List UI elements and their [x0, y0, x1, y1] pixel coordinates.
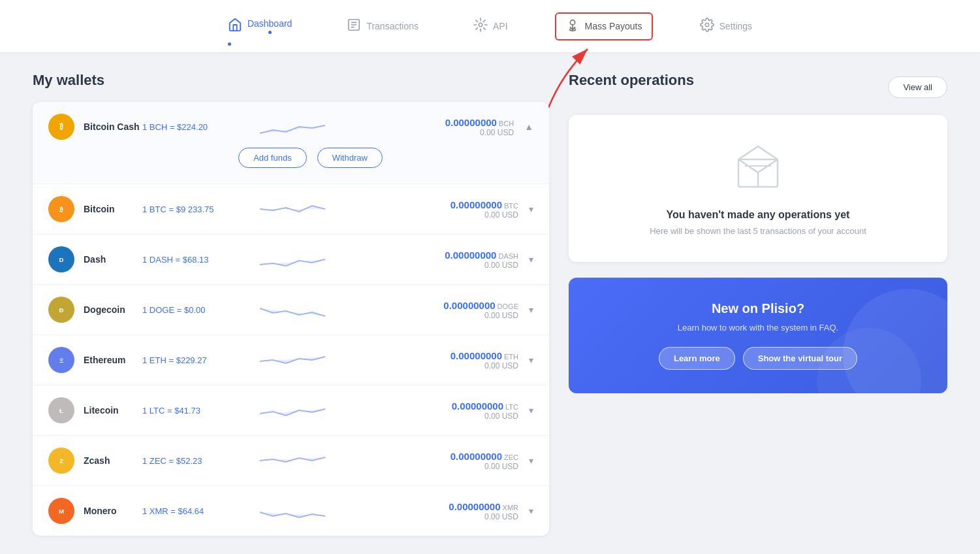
nav-item-mass-payouts[interactable]: Mass Payouts	[555, 12, 653, 41]
svg-text:Ð: Ð	[59, 306, 64, 314]
nav-api-label: API	[493, 21, 508, 31]
wallet-row-dash[interactable]: D Dash 1 DASH = $68.13 0.00000000DASH 0.…	[33, 235, 549, 285]
bch-name: Bitcoin Cash	[84, 122, 142, 132]
bch-rate: 1 BCH = $224.20	[142, 122, 247, 132]
btc-balance: 0.00000000BTC 0.00 USD	[450, 199, 518, 220]
dash-rate: 1 DASH = $68.13	[142, 255, 247, 265]
svg-text:Z: Z	[59, 457, 63, 464]
eth-icon: Ξ	[48, 347, 74, 373]
ltc-name: Litecoin	[84, 405, 142, 416]
wallet-row-btc[interactable]: ₿ Bitcoin 1 BTC = $9 233.75 0.00000000BT…	[33, 184, 549, 235]
mass-payouts-icon	[565, 18, 580, 35]
wallets-card: ₿ Bitcoin Cash 1 BCH = $224.20 0.0000000…	[33, 102, 549, 536]
doge-icon: Ð	[48, 297, 74, 323]
empty-ops-title: You haven't made any operations yet	[667, 209, 850, 221]
dash-chevron[interactable]: ▾	[529, 254, 533, 265]
nav-active-dot	[268, 31, 272, 34]
eth-chart	[260, 347, 325, 373]
empty-ops-sub: Here will be shown the last 5 transactio…	[650, 226, 866, 236]
dash-chart	[260, 246, 325, 272]
xmr-chart	[260, 498, 325, 524]
btc-rate: 1 BTC = $9 233.75	[142, 204, 247, 214]
zec-chevron[interactable]: ▾	[529, 455, 533, 466]
view-all-button[interactable]: View all	[888, 76, 947, 98]
recent-ops-header: Recent operations View all	[569, 72, 947, 102]
xmr-rate: 1 XMR = $64.64	[142, 506, 247, 516]
svg-point-8	[705, 23, 709, 27]
svg-text:₿: ₿	[59, 123, 63, 131]
promo-buttons: Learn more Show the virtual tour	[590, 347, 926, 370]
xmr-chevron[interactable]: ▾	[529, 506, 533, 516]
ltc-balance: 0.00000000LTC 0.00 USD	[452, 400, 518, 421]
btc-chevron[interactable]: ▾	[529, 204, 533, 214]
svg-text:Ξ: Ξ	[59, 357, 63, 364]
learn-more-button[interactable]: Learn more	[659, 347, 735, 370]
svg-point-4	[479, 23, 482, 27]
wallet-row-zec[interactable]: Z Zcash 1 ZEC = $52.23 0.00000000ZEC 0.0…	[33, 436, 549, 486]
api-icon	[473, 18, 488, 35]
nav-settings-label: Settings	[719, 21, 753, 31]
dash-icon: D	[48, 246, 74, 272]
wallet-row-bch[interactable]: ₿ Bitcoin Cash 1 BCH = $224.20 0.0000000…	[33, 102, 549, 184]
svg-text:Ł: Ł	[59, 407, 63, 414]
xmr-balance: 0.00000000XMR 0.00 USD	[449, 501, 518, 521]
doge-rate: 1 DOGE = $0.00	[142, 305, 247, 315]
empty-box-icon	[729, 141, 787, 196]
dash-balance: 0.00000000DASH 0.00 USD	[445, 250, 518, 270]
right-panel: Recent operations View all You haven't m…	[569, 72, 947, 536]
wallet-row-doge[interactable]: Ð Dogecoin 1 DOGE = $0.00 0.00000000DOGE…	[33, 285, 549, 335]
btc-chart	[260, 196, 325, 222]
eth-balance: 0.00000000ETH 0.00 USD	[450, 350, 518, 370]
ltc-chart	[260, 397, 325, 423]
wallet-row-ltc[interactable]: Ł Litecoin 1 LTC = $41.73 0.00000000LTC …	[33, 385, 549, 436]
svg-text:M: M	[59, 508, 64, 515]
eth-chevron[interactable]: ▾	[529, 355, 533, 365]
zec-chart	[260, 448, 325, 474]
recent-ops-card: You haven't made any operations yet Here…	[569, 115, 947, 262]
settings-icon	[700, 18, 714, 35]
withdraw-button[interactable]: Withdraw	[317, 148, 383, 168]
recent-ops-title: Recent operations	[569, 72, 694, 89]
bch-icon: ₿	[48, 114, 74, 140]
svg-text:D: D	[59, 256, 64, 263]
main-content: My wallets ₿ Bitcoin Cash 1 BCH = $224.2…	[0, 52, 980, 554]
add-funds-button[interactable]: Add funds	[238, 148, 307, 168]
zec-balance: 0.00000000ZEC 0.00 USD	[450, 451, 518, 471]
zec-icon: Z	[48, 448, 74, 474]
wallet-row-xmr[interactable]: M Monero 1 XMR = $64.64 0.00000000XMR 0.…	[33, 486, 549, 536]
eth-rate: 1 ETH = $229.27	[142, 355, 247, 365]
svg-point-5	[570, 20, 575, 24]
main-nav: Dashboard Transactions	[220, 12, 760, 41]
ltc-rate: 1 LTC = $41.73	[142, 406, 247, 416]
nav-item-dashboard[interactable]: Dashboard	[220, 12, 300, 41]
ltc-chevron[interactable]: ▾	[529, 405, 533, 416]
btc-icon: ₿	[48, 196, 74, 222]
header: Dashboard Transactions	[0, 0, 980, 52]
virtual-tour-button[interactable]: Show the virtual tour	[743, 347, 857, 370]
zec-name: Zcash	[84, 455, 142, 466]
promo-card: New on Plisio? Learn how to work with th…	[569, 278, 947, 393]
dash-name: Dash	[84, 254, 142, 265]
transactions-icon	[347, 18, 361, 35]
doge-chart	[260, 297, 325, 323]
wallets-title: My wallets	[33, 72, 549, 89]
wallets-panel: My wallets ₿ Bitcoin Cash 1 BCH = $224.2…	[33, 72, 549, 536]
doge-chevron[interactable]: ▾	[529, 304, 533, 315]
eth-name: Ethereum	[84, 355, 142, 365]
btc-name: Bitcoin	[84, 204, 142, 214]
xmr-name: Monero	[84, 506, 142, 516]
bch-chevron-up[interactable]: ▲	[524, 122, 533, 132]
nav-item-transactions[interactable]: Transactions	[339, 12, 426, 41]
nav-item-api[interactable]: API	[466, 12, 516, 41]
bch-chart	[260, 114, 325, 140]
wallet-row-eth[interactable]: Ξ Ethereum 1 ETH = $229.27 0.00000000ETH…	[33, 335, 549, 385]
nav-mass-payouts-label: Mass Payouts	[585, 21, 642, 31]
nav-item-settings[interactable]: Settings	[692, 12, 761, 41]
doge-name: Dogecoin	[84, 304, 142, 315]
xmr-icon: M	[48, 498, 74, 524]
doge-balance: 0.00000000DOGE 0.00 USD	[443, 300, 518, 320]
zec-rate: 1 ZEC = $52.23	[142, 456, 247, 466]
bch-balance: 0.00000000BCH 0.00 USD	[445, 117, 514, 137]
nav-transactions-label: Transactions	[366, 21, 419, 31]
nav-dashboard-label: Dashboard	[247, 18, 292, 29]
